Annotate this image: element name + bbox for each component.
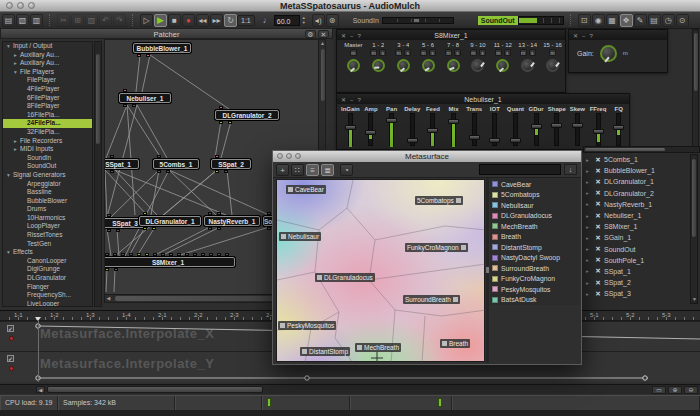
slider-handle[interactable] xyxy=(593,129,604,134)
tree-item[interactable]: SoundOut xyxy=(3,162,92,171)
tree-item[interactable]: FilePlayer xyxy=(3,76,92,85)
palette-scrollbar[interactable] xyxy=(94,41,102,307)
remove-document-button[interactable]: ✕ xyxy=(592,256,604,264)
save-file-button[interactable]: ▥ xyxy=(30,14,43,27)
record-button[interactable]: ● xyxy=(182,14,195,27)
surface-snapshot-label[interactable]: DistantStomp xyxy=(300,347,350,356)
remove-document-button[interactable]: ✕ xyxy=(592,223,604,231)
slider-handle[interactable] xyxy=(572,123,583,128)
input-port[interactable] xyxy=(105,253,109,256)
tree-item[interactable]: CanonLooper xyxy=(3,257,92,266)
copy-button[interactable]: ⊞ xyxy=(71,14,84,27)
remove-document-button[interactable]: ✕ xyxy=(592,167,604,175)
slider-handle[interactable] xyxy=(551,123,562,128)
slider-handle[interactable] xyxy=(365,130,376,135)
channel-mute-button[interactable]: m xyxy=(395,49,402,56)
parameter-slider[interactable]: FQ xyxy=(608,106,629,146)
properties-view-button[interactable]: ▤ xyxy=(648,14,661,27)
rewind-button[interactable]: ◂◂ xyxy=(196,14,209,27)
slider-handle[interactable] xyxy=(489,138,500,143)
input-port[interactable] xyxy=(225,253,229,256)
document-item[interactable]: ▸✕SoundOut xyxy=(583,244,700,255)
snapshot-list-item[interactable]: Nebulisaur xyxy=(490,200,580,211)
tree-item[interactable]: ▾Effects xyxy=(3,248,92,257)
tree-item[interactable]: ▾Input / Output xyxy=(3,42,92,51)
tree-item[interactable]: 16FilePla... xyxy=(3,111,92,120)
redo-button[interactable]: ↷ xyxy=(113,14,126,27)
undo-button[interactable]: ↶ xyxy=(99,14,112,27)
stop-button[interactable]: ■ xyxy=(168,14,181,27)
output-port[interactable] xyxy=(157,170,161,173)
channel-solo-button[interactable]: s xyxy=(454,49,461,56)
surface-snapshot-label[interactable]: Nebulisaur xyxy=(279,232,321,241)
speaker-button[interactable]: ◂) xyxy=(312,14,325,27)
patcher-close-icon[interactable]: ✕ xyxy=(318,30,329,38)
tempo-input[interactable]: 60.0 xyxy=(274,15,300,26)
slider-handle[interactable] xyxy=(407,138,418,143)
timeline-scrollbar[interactable]: ◀ ▭ ⊕ ⊖ xyxy=(0,384,700,394)
input-port[interactable] xyxy=(185,253,189,256)
remove-document-button[interactable]: ✕ xyxy=(592,212,604,220)
document-item[interactable]: ▸✕SSpat_1 xyxy=(583,266,700,277)
patcher-view-button[interactable]: ⊡ xyxy=(578,14,591,27)
tree-item[interactable]: BubbleBlower xyxy=(3,197,92,206)
output-port[interactable] xyxy=(146,54,150,57)
ratio-button[interactable]: 1:1 xyxy=(237,15,255,26)
document-item[interactable]: ▸✕DLGranulator_2 xyxy=(583,188,700,199)
input-port[interactable] xyxy=(121,253,125,256)
channel-gain-knob[interactable] xyxy=(496,59,509,72)
sound-out-label[interactable]: SoundOut xyxy=(478,16,518,25)
patcher-vscroll-thumb[interactable] xyxy=(321,49,325,101)
expand-arrow-icon[interactable]: ▸ xyxy=(583,201,592,207)
metasurface-titlebar[interactable]: Metasurface xyxy=(273,151,581,162)
nebuliser-panel-titlebar[interactable]: ✕−? Nebuliser_1 xyxy=(337,94,629,104)
output-port[interactable] xyxy=(104,170,105,173)
patcher-node[interactable]: SSpat_1 xyxy=(104,159,139,169)
play-button[interactable]: ▶ xyxy=(154,14,167,27)
tree-item[interactable]: DigiGrunge xyxy=(3,265,92,274)
timeline-scroll-thumb[interactable] xyxy=(47,386,263,393)
slider-handle[interactable] xyxy=(531,124,542,129)
automation-edit-button[interactable]: ✎ xyxy=(634,14,647,27)
remove-document-button[interactable]: ✕ xyxy=(592,279,604,287)
patcher-node[interactable]: BubbleBlower_1 xyxy=(133,43,191,53)
output-port[interactable] xyxy=(166,170,170,173)
documents-hscroll-thumb[interactable] xyxy=(585,148,665,151)
channel-mute-button[interactable]: m xyxy=(470,49,477,56)
network-button[interactable]: ⊛ xyxy=(326,14,339,27)
expand-arrow-icon[interactable]: ▸ xyxy=(583,280,592,286)
input-port[interactable] xyxy=(153,253,157,256)
tree-item[interactable]: 8FilePlayer xyxy=(3,102,92,111)
open-file-button[interactable]: ▧ xyxy=(16,14,29,27)
documents-vscroll-thumb[interactable] xyxy=(692,159,696,237)
cut-button[interactable]: ✂ xyxy=(57,14,70,27)
channel-solo-button[interactable]: s xyxy=(404,49,411,56)
snapshot-list-item[interactable]: FunkyCroMagnon xyxy=(490,274,580,285)
documents-hscrollbar[interactable] xyxy=(583,146,700,153)
snapshot-list-item[interactable]: MechBreath xyxy=(490,221,580,232)
parameter-slider[interactable]: Shape xyxy=(546,106,567,146)
tempo-stepper[interactable]: ▲▼ xyxy=(302,15,306,25)
slider-handle[interactable] xyxy=(427,128,438,133)
output-port[interactable] xyxy=(107,229,111,232)
channel-mute-button[interactable]: m xyxy=(350,49,357,56)
list-view-button[interactable]: ≡ xyxy=(306,164,319,176)
input-port[interactable] xyxy=(193,253,197,256)
snapshots-view-button[interactable]: ▦ xyxy=(606,14,619,27)
new-file-button[interactable]: ▤ xyxy=(2,14,15,27)
snapshot-list-item[interactable]: CaveBear xyxy=(490,179,580,190)
document-item[interactable]: ▸✕BubbleBlower_1 xyxy=(583,165,700,176)
contraptions-view-button[interactable]: ◉ xyxy=(592,14,605,27)
channel-gain-knob[interactable] xyxy=(447,59,460,72)
metasurface-interpolation-surface[interactable]: CaveBear5CombatopsNebulisaurFunkyCroMagn… xyxy=(276,179,485,362)
expand-arrow-icon[interactable]: ▸ xyxy=(583,246,592,252)
gain-mute-button[interactable]: m xyxy=(623,50,628,56)
expand-arrow-icon[interactable]: ▸ xyxy=(583,257,592,263)
channel-solo-button[interactable]: s xyxy=(504,49,511,56)
grid-view-button[interactable]: ∷ xyxy=(291,164,304,176)
document-item[interactable]: ▸✕NastyReverb_1 xyxy=(583,199,700,210)
input-port[interactable] xyxy=(219,106,223,109)
tree-item[interactable]: 6FilePlayer xyxy=(3,94,92,103)
expand-arrow-icon[interactable]: ▸ xyxy=(583,291,592,297)
paste-button[interactable]: ▨ xyxy=(85,14,98,27)
